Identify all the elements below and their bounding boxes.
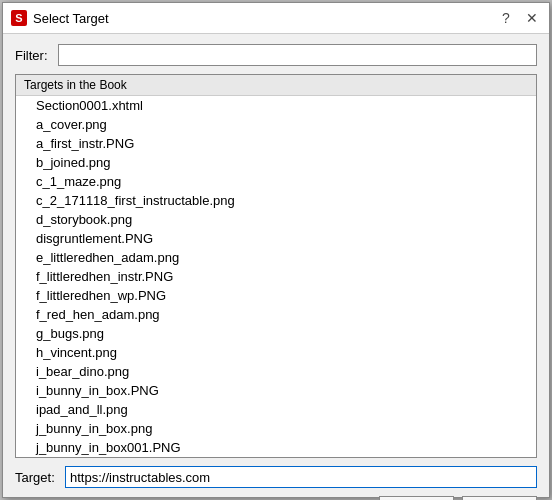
help-button[interactable]: ? [497, 9, 515, 27]
close-button[interactable]: ✕ [523, 9, 541, 27]
dialog-body: Filter: Targets in the Book Section0001.… [3, 34, 549, 500]
list-item[interactable]: c_1_maze.png [16, 172, 536, 191]
list-item[interactable]: a_cover.png [16, 115, 536, 134]
select-target-dialog: S Select Target ? ✕ Filter: Targets in t… [2, 2, 550, 498]
list-item[interactable]: j_bunny_in_box001.PNG [16, 438, 536, 457]
list-header: Targets in the Book [16, 75, 536, 96]
list-item[interactable]: f_red_hen_adam.png [16, 305, 536, 324]
filter-row: Filter: [15, 44, 537, 66]
title-bar: S Select Target ? ✕ [3, 3, 549, 34]
list-item[interactable]: Section0001.xhtml [16, 96, 536, 115]
list-item[interactable]: d_storybook.png [16, 210, 536, 229]
filter-input[interactable] [58, 44, 537, 66]
list-item[interactable]: c_2_171118_first_instructable.png [16, 191, 536, 210]
list-item[interactable]: b_joined.png [16, 153, 536, 172]
target-row: Target: [15, 466, 537, 488]
filter-label: Filter: [15, 48, 50, 63]
list-item[interactable]: e_littleredhen_adam.png [16, 248, 536, 267]
list-item[interactable]: disgruntlement.PNG [16, 229, 536, 248]
dialog-title: Select Target [33, 11, 109, 26]
list-container: Targets in the Book Section0001.xhtmla_c… [15, 74, 537, 458]
list-item[interactable]: a_first_instr.PNG [16, 134, 536, 153]
target-input[interactable] [65, 466, 537, 488]
cancel-button[interactable]: Cancel [462, 496, 537, 500]
list-item[interactable]: g_bugs.png [16, 324, 536, 343]
list-item[interactable]: i_bunny_in_box.PNG [16, 381, 536, 400]
ok-button[interactable]: OK [379, 496, 454, 500]
title-bar-left: S Select Target [11, 10, 109, 26]
list-item[interactable]: i_bear_dino.png [16, 362, 536, 381]
list-item[interactable]: f_littleredhen_wp.PNG [16, 286, 536, 305]
list-item[interactable]: j_bunny_in_box.png [16, 419, 536, 438]
title-bar-controls: ? ✕ [497, 9, 541, 27]
button-row: OK Cancel [15, 496, 537, 500]
target-label: Target: [15, 470, 57, 485]
list-item[interactable]: h_vincent.png [16, 343, 536, 362]
app-icon: S [11, 10, 27, 26]
list-item[interactable]: f_littleredhen_instr.PNG [16, 267, 536, 286]
list-scroll[interactable]: Section0001.xhtmla_cover.pnga_first_inst… [16, 96, 536, 457]
list-item[interactable]: ipad_and_ll.png [16, 400, 536, 419]
